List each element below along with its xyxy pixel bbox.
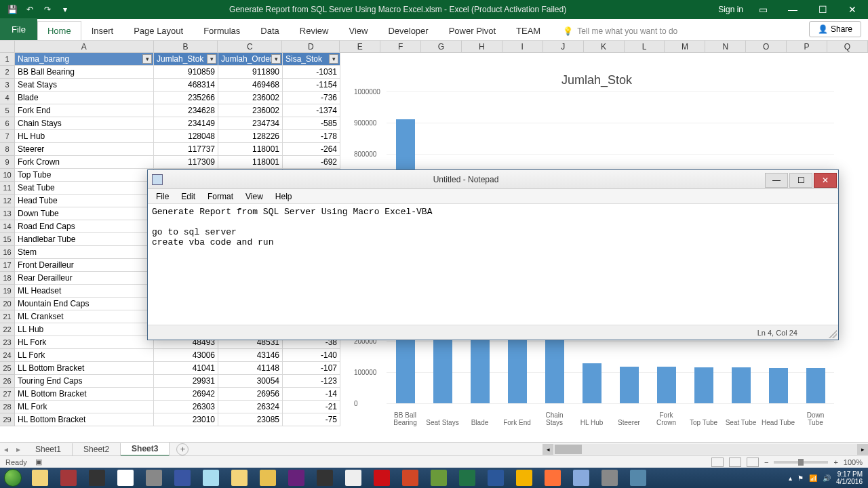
tab-home[interactable]: Home bbox=[37, 21, 81, 40]
chart-bar[interactable] bbox=[508, 330, 527, 403]
col-header-N[interactable]: N bbox=[705, 41, 746, 52]
col-header-B[interactable]: B bbox=[154, 41, 218, 52]
notepad-menu-format[interactable]: Format bbox=[202, 190, 239, 203]
filter-icon[interactable]: ▾ bbox=[271, 54, 281, 64]
access-icon[interactable] bbox=[54, 468, 83, 488]
cell[interactable]: HL Bottom Bracket bbox=[15, 413, 154, 426]
row-header-20[interactable]: 20 bbox=[0, 298, 15, 310]
notepad-menu-edit[interactable]: Edit bbox=[176, 190, 201, 203]
cell[interactable]: ML Headset bbox=[15, 285, 154, 298]
cell[interactable]: ML Crankset bbox=[15, 310, 154, 323]
row-header-22[interactable]: 22 bbox=[0, 323, 15, 336]
notepad-menu-view[interactable]: View bbox=[240, 190, 269, 203]
visio-icon[interactable] bbox=[168, 468, 197, 488]
visualstudio-icon[interactable] bbox=[282, 468, 311, 488]
chrome-icon[interactable] bbox=[510, 468, 538, 488]
cell[interactable]: 468314 bbox=[154, 79, 218, 92]
explorer-icon[interactable] bbox=[225, 468, 254, 488]
cell[interactable]: -178 bbox=[283, 130, 340, 143]
tray-clock[interactable]: 9:17 PM 4/1/2016 bbox=[836, 470, 863, 485]
cell[interactable]: 23010 bbox=[154, 413, 218, 426]
row-header-15[interactable]: 15 bbox=[0, 233, 15, 246]
chart-bar[interactable] bbox=[471, 330, 490, 403]
cell[interactable]: Fork End bbox=[15, 104, 154, 117]
cell[interactable]: Steerer bbox=[15, 143, 154, 156]
cell[interactable]: Down Tube bbox=[15, 207, 154, 220]
start-button[interactable] bbox=[0, 468, 26, 488]
cell[interactable]: 26303 bbox=[154, 401, 218, 413]
media-icon[interactable] bbox=[83, 468, 111, 488]
tab-formulas[interactable]: Formulas bbox=[193, 21, 250, 40]
row-header-17[interactable]: 17 bbox=[0, 259, 15, 272]
tab-file[interactable]: File bbox=[0, 18, 37, 40]
cell[interactable]: Stem bbox=[15, 246, 154, 259]
cell[interactable]: HL Hub bbox=[15, 130, 154, 143]
col-header-H[interactable]: H bbox=[462, 41, 502, 52]
app2-icon[interactable] bbox=[425, 468, 453, 488]
row-header-8[interactable]: 8 bbox=[0, 143, 15, 156]
cell[interactable]: 26324 bbox=[218, 401, 283, 413]
col-header-Q[interactable]: Q bbox=[827, 41, 868, 52]
tab-page-layout[interactable]: Page Layout bbox=[123, 21, 193, 40]
paint-icon[interactable] bbox=[254, 468, 282, 488]
tab-data[interactable]: Data bbox=[250, 21, 289, 40]
cell[interactable]: Top Tube bbox=[15, 169, 154, 182]
scroll-thumb[interactable] bbox=[555, 445, 582, 454]
cell[interactable]: -21 bbox=[283, 401, 340, 413]
cell[interactable]: BB Ball Bearing bbox=[15, 66, 154, 79]
chart-bar[interactable] bbox=[620, 367, 639, 403]
row-header-12[interactable]: 12 bbox=[0, 195, 15, 207]
cell[interactable]: 43146 bbox=[218, 349, 283, 362]
col-header-J[interactable]: J bbox=[543, 41, 584, 52]
cell[interactable]: -14 bbox=[283, 388, 340, 401]
add-sheet-button[interactable]: + bbox=[176, 443, 189, 455]
row-header-23[interactable]: 23 bbox=[0, 336, 15, 349]
calendar-icon[interactable] bbox=[111, 468, 140, 488]
table-header-nama_barang[interactable]: Nama_barang▾ bbox=[15, 53, 154, 66]
cell[interactable]: LL Hub bbox=[15, 323, 154, 336]
cell[interactable]: Chain Stays bbox=[15, 117, 154, 130]
cell[interactable]: -140 bbox=[283, 349, 340, 362]
share-button[interactable]: 👤 Share bbox=[809, 21, 861, 37]
notepad-menu-help[interactable]: Help bbox=[270, 190, 298, 203]
cell[interactable]: Rear Derailleur bbox=[15, 272, 154, 285]
maximize-icon[interactable]: ☐ bbox=[812, 2, 833, 17]
cell[interactable]: -1031 bbox=[283, 66, 340, 79]
sheet-nav-first-icon[interactable]: ◂ bbox=[0, 445, 12, 454]
sheet-tab-sheet1[interactable]: Sheet1 bbox=[24, 443, 73, 455]
tell-me-input[interactable]: 💡 Tell me what you want to do bbox=[563, 26, 677, 40]
row-header-26[interactable]: 26 bbox=[0, 375, 15, 388]
undo-icon[interactable]: ↶ bbox=[23, 3, 37, 16]
cell[interactable]: 234149 bbox=[154, 117, 218, 130]
cell[interactable]: Touring End Caps bbox=[15, 375, 154, 388]
cell[interactable]: 911890 bbox=[218, 66, 283, 79]
row-header-4[interactable]: 4 bbox=[0, 92, 15, 104]
table-header-jumlah_order[interactable]: Jumlah_Order▾ bbox=[218, 53, 283, 66]
view-pagelayout-icon[interactable] bbox=[729, 458, 741, 467]
cell[interactable]: Blade bbox=[15, 92, 154, 104]
row-header-24[interactable]: 24 bbox=[0, 349, 15, 362]
cell[interactable]: 469468 bbox=[218, 79, 283, 92]
picture-icon[interactable] bbox=[567, 468, 595, 488]
table-header-jumlah_stok[interactable]: Jumlah_Stok▾ bbox=[154, 53, 218, 66]
redo-icon[interactable]: ↷ bbox=[41, 3, 54, 16]
macro-record-icon[interactable]: ▣ bbox=[35, 458, 42, 466]
col-header-K[interactable]: K bbox=[584, 41, 625, 52]
app4-icon[interactable] bbox=[624, 468, 652, 488]
chart-bar[interactable] bbox=[657, 367, 676, 403]
row-header-28[interactable]: 28 bbox=[0, 401, 15, 413]
notepad-icon[interactable] bbox=[197, 468, 225, 488]
obs-icon[interactable] bbox=[311, 468, 339, 488]
cell[interactable]: -585 bbox=[283, 117, 340, 130]
row-header-3[interactable]: 3 bbox=[0, 79, 15, 92]
cell[interactable]: 23085 bbox=[218, 413, 283, 426]
cell[interactable]: Front Derailleur bbox=[15, 259, 154, 272]
col-header-L[interactable]: L bbox=[625, 41, 665, 52]
cell[interactable]: ML Fork bbox=[15, 401, 154, 413]
col-header-A[interactable]: A bbox=[15, 41, 154, 52]
save-icon[interactable]: 💾 bbox=[5, 3, 19, 16]
zoom-slider[interactable] bbox=[774, 461, 828, 464]
filter-icon[interactable]: ▾ bbox=[207, 54, 216, 64]
row-header-5[interactable]: 5 bbox=[0, 104, 15, 117]
cell[interactable]: -736 bbox=[283, 92, 340, 104]
